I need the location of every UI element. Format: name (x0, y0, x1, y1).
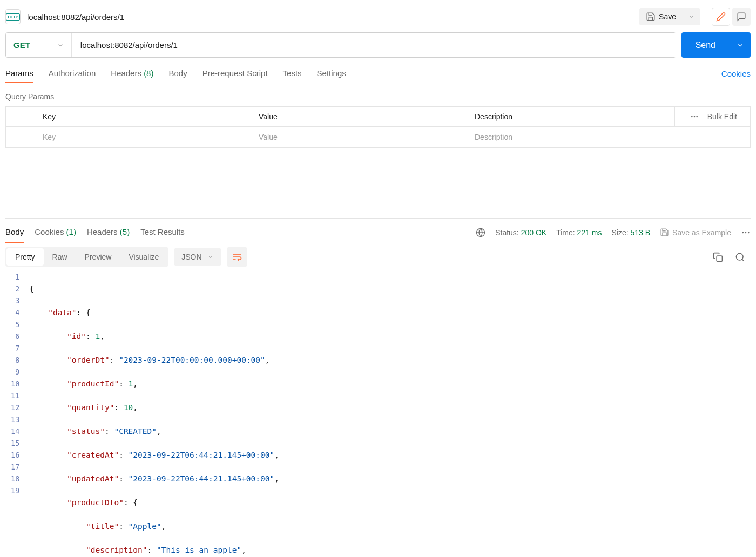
resp-tab-headers-label: Headers (87, 227, 118, 236)
svg-point-11 (736, 253, 743, 260)
format-select[interactable]: JSON (174, 248, 221, 266)
save-as-example[interactable]: Save as Example (660, 228, 731, 237)
t: "title" (86, 522, 119, 531)
mode-group: Pretty Raw Preview Visualize (5, 247, 168, 267)
t: "id" (67, 332, 86, 341)
request-tabs: Params Authorization Headers (8) Body Pr… (5, 64, 346, 83)
t: 10 (124, 403, 133, 412)
search-icon (735, 252, 745, 262)
t: , (100, 332, 105, 341)
svg-point-2 (696, 116, 698, 118)
copy-button[interactable] (713, 252, 723, 262)
method-label: GET (14, 40, 30, 50)
save-example-label: Save as Example (672, 228, 731, 237)
row-checkbox-cell[interactable] (6, 127, 36, 148)
request-tabs-row: Params Authorization Headers (8) Body Pr… (5, 64, 751, 84)
more-options[interactable] (741, 228, 751, 237)
param-key-input[interactable] (36, 127, 252, 147)
chevron-down-icon (57, 42, 64, 49)
code-content[interactable]: { "data": { "id": 1, "orderDt": "2023-09… (29, 271, 751, 557)
t: 1 (96, 332, 100, 341)
send-button[interactable]: Send (681, 32, 730, 58)
tab-body[interactable]: Body (168, 64, 187, 83)
t: "updatedAt" (67, 474, 119, 483)
search-button[interactable] (735, 252, 745, 262)
format-label: JSON (181, 253, 201, 261)
t: : { (77, 308, 91, 317)
query-params-table: Key Value Description Bulk Edit (5, 106, 751, 148)
more-icon[interactable] (690, 112, 699, 121)
breadcrumb: localhost:8082/api/orders/1 (27, 12, 124, 22)
tab-tests[interactable]: Tests (283, 64, 302, 83)
t: "description" (86, 546, 147, 554)
bulk-edit-link[interactable]: Bulk Edit (707, 112, 737, 121)
save-icon (646, 12, 656, 22)
svg-rect-10 (717, 256, 722, 261)
more-horizontal-icon (741, 228, 751, 237)
http-icon: HTTP (5, 9, 21, 24)
tab-params[interactable]: Params (5, 64, 33, 83)
t: "CREATED" (114, 427, 157, 436)
response-tabs: Body Cookies (1) Headers (5) Test Result… (5, 222, 185, 243)
save-group: Save (639, 8, 700, 25)
t: , (133, 403, 138, 412)
tab-authorization[interactable]: Authorization (49, 64, 96, 83)
status-value: 200 OK (521, 228, 546, 237)
save-button[interactable]: Save (639, 8, 683, 25)
wrap-lines-button[interactable] (227, 247, 247, 267)
response-right-icons (713, 252, 751, 262)
comment-button[interactable] (732, 8, 751, 26)
response-body-code: 12345678910111213141516171819 { "data": … (5, 271, 751, 557)
svg-point-5 (742, 232, 744, 233)
top-left: HTTP localhost:8082/api/orders/1 (5, 9, 124, 24)
tab-headers-label: Headers (111, 69, 141, 78)
tab-settings[interactable]: Settings (317, 64, 346, 83)
t: "2023-09-22T06:44:21.145+00:00" (129, 474, 275, 483)
size-value: 513 B (630, 228, 650, 237)
comment-icon (737, 12, 746, 22)
chevron-down-icon (737, 42, 744, 49)
edit-button[interactable] (712, 8, 730, 26)
t: "quantity" (67, 403, 114, 412)
globe-icon[interactable] (476, 228, 485, 237)
tab-headers[interactable]: Headers (8) (111, 64, 153, 83)
t: , (161, 522, 166, 531)
size-label: Size: (611, 228, 628, 237)
copy-icon (713, 252, 723, 262)
chevron-down-icon (207, 254, 214, 260)
status-label: Status: (495, 228, 519, 237)
url-input[interactable] (72, 33, 676, 57)
cookies-link[interactable]: Cookies (721, 69, 751, 78)
t: , (241, 546, 246, 554)
http-badge-text: HTTP (6, 13, 20, 21)
mode-visualize[interactable]: Visualize (120, 248, 167, 266)
param-value-input[interactable] (252, 127, 468, 147)
t: , (274, 451, 279, 459)
resp-tab-cookies[interactable]: Cookies (1) (35, 222, 76, 243)
t: "createdAt" (67, 451, 119, 459)
resp-tab-headers[interactable]: Headers (5) (87, 222, 130, 243)
status-block: Status: 200 OK (495, 228, 546, 237)
save-label: Save (659, 12, 676, 21)
save-dropdown[interactable] (683, 9, 700, 25)
top-right: Save (639, 8, 751, 26)
t: { (29, 284, 34, 293)
resp-tab-test-results[interactable]: Test Results (140, 222, 185, 243)
resp-tab-body[interactable]: Body (5, 222, 24, 243)
t: "orderDt" (67, 356, 110, 364)
t: , (133, 379, 138, 388)
mode-pretty[interactable]: Pretty (6, 248, 44, 266)
col-desc: Description (468, 107, 675, 127)
view-mode-row: Pretty Raw Preview Visualize JSON (5, 247, 751, 267)
chevron-down-icon (688, 13, 695, 20)
svg-point-6 (745, 232, 747, 233)
time-block: Time: 221 ms (556, 228, 602, 237)
t: "Apple" (129, 522, 161, 531)
method-select[interactable]: GET (6, 33, 72, 57)
mode-raw[interactable]: Raw (44, 248, 76, 266)
send-dropdown[interactable] (730, 32, 751, 58)
mode-preview[interactable]: Preview (76, 248, 120, 266)
param-desc-input[interactable] (468, 127, 750, 147)
t: "data" (48, 308, 76, 317)
tab-prerequest[interactable]: Pre-request Script (202, 64, 268, 83)
